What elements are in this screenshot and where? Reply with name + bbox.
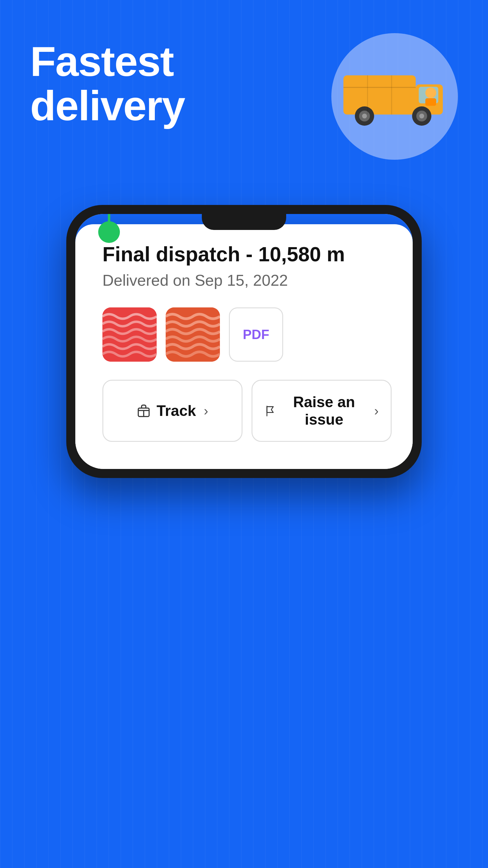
- svg-point-3: [425, 87, 436, 98]
- svg-point-10: [419, 114, 424, 119]
- track-label: Track: [157, 402, 196, 420]
- thumbnails-row: PDF: [96, 307, 392, 362]
- phone-container: ← Cotton Cambric LFB-0030 L: [66, 205, 422, 478]
- connector-dot: [98, 221, 120, 243]
- truck-circle: [331, 33, 458, 160]
- action-buttons: Track › Raise an issue ›: [96, 380, 392, 442]
- phone-frame: ← Cotton Cambric LFB-0030 L: [66, 205, 422, 478]
- fabric-thumb-1[interactable]: [102, 307, 157, 362]
- headline-line1: Fastest: [30, 39, 185, 84]
- phone-notch: [202, 213, 286, 230]
- headline-line2: delivery: [30, 84, 185, 128]
- fabric-thumb-2[interactable]: [166, 307, 220, 362]
- card-overlay: Final dispatch - 10,580 m Delivered on S…: [75, 224, 413, 469]
- raise-issue-icon: [264, 404, 275, 418]
- pdf-label: PDF: [243, 327, 269, 342]
- phone-screen: ← Cotton Cambric LFB-0030 L: [75, 214, 413, 469]
- truck-icon: [344, 60, 446, 133]
- fabric-pattern-1: [102, 307, 157, 362]
- svg-point-7: [362, 114, 367, 119]
- header: Fastest delivery: [30, 39, 458, 160]
- pdf-thumb[interactable]: PDF: [229, 307, 283, 362]
- raise-issue-label: Raise an issue: [282, 393, 366, 428]
- track-chevron: ›: [204, 403, 208, 418]
- raise-issue-button[interactable]: Raise an issue ›: [252, 380, 392, 442]
- dispatch-date: Delivered on Sep 15, 2022: [96, 271, 392, 289]
- raise-issue-chevron: ›: [374, 403, 379, 418]
- svg-rect-4: [425, 98, 436, 106]
- headline: Fastest delivery: [30, 39, 185, 128]
- dispatch-title: Final dispatch - 10,580 m: [96, 242, 392, 266]
- svg-rect-0: [344, 75, 416, 115]
- track-button[interactable]: Track ›: [102, 380, 242, 442]
- track-icon: [137, 404, 151, 418]
- fabric-pattern-2: [166, 307, 220, 362]
